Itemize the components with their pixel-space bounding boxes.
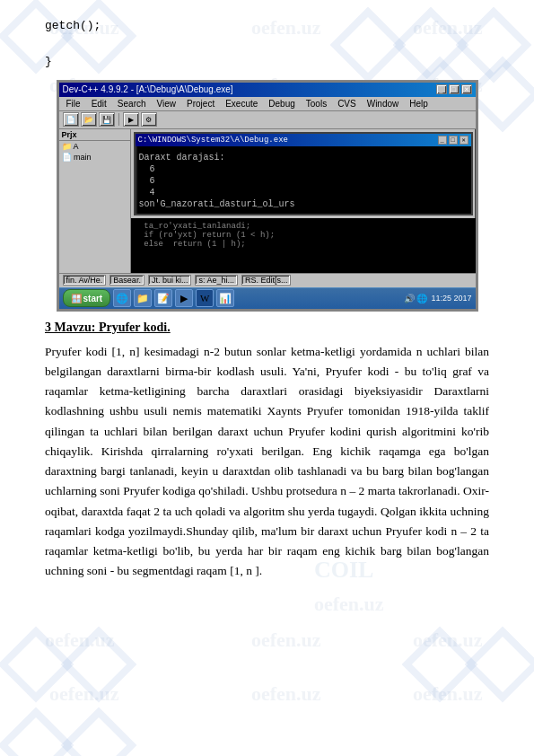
menu-cvs[interactable]: CVS <box>332 98 362 110</box>
toolbar-btn-5[interactable]: ⚙ <box>141 112 157 127</box>
status-seg-1: fin. Av/He. <box>63 275 107 286</box>
status-seg-3: Jt. bui ki... <box>148 275 192 286</box>
terminal-title-text: C:\WINDOWS\System32\A\Debug.exe <box>138 136 288 145</box>
terminal-line-4: 4 <box>139 187 468 198</box>
ide-left-panel: Prjx 📁 A 📄 main <box>59 129 131 273</box>
taskbar-clock: 11:25 2017 <box>431 294 471 303</box>
watermark-bottom-4: oefen.uz <box>413 629 483 652</box>
terminal-maximize[interactable]: □ <box>449 136 458 145</box>
taskbar-icon-app2[interactable]: ▶ <box>175 289 193 307</box>
terminal-titlebar: C:\WINDOWS\System32\A\Debug.exe _ □ ✕ <box>136 134 471 146</box>
ide-title-text: Dev-C++ 4.9.9.2 - [A:\Debug\A\Debug.exe] <box>63 84 233 94</box>
menu-execute[interactable]: Execute <box>220 98 263 110</box>
page-content: getch(); } Dev-C++ 4.9.9.2 - [A:\Debug\A… <box>0 0 534 603</box>
watermark-bottom-2: oefen.uz <box>45 629 115 652</box>
menu-edit[interactable]: Edit <box>86 98 112 110</box>
watermark-bottom-3: oefen.uz <box>251 629 321 652</box>
toolbar-btn-1[interactable]: 📄 <box>63 112 79 127</box>
status-seg-2: Basear. <box>109 275 144 286</box>
code-area-line-3: else return (1 | h); <box>135 240 472 249</box>
taskbar-icon-app3[interactable]: 📊 <box>216 289 234 307</box>
taskbar-icon-folder[interactable]: 📁 <box>134 289 152 307</box>
code-block: getch(); } <box>45 18 489 71</box>
start-button[interactable]: 🪟 start <box>63 289 111 307</box>
menu-help[interactable]: Help <box>404 98 433 110</box>
ide-titlebar: Dev-C++ 4.9.9.2 - [A:\Debug\A\Debug.exe]… <box>59 83 476 97</box>
ide-status-bar: fin. Av/He. Basear. Jt. bui ki... s: Ae_… <box>59 273 476 287</box>
watermark-bottom-7: oefen.uz <box>413 682 483 706</box>
taskbar-right: 🔊 🌐 11:25 2017 <box>404 294 471 303</box>
ide-menubar: File Edit Search View Project Execute De… <box>59 97 476 111</box>
code-area-line-1: ta_ro'yxati_tanlanadi; <box>135 222 472 231</box>
screenshot-container: Dev-C++ 4.9.9.2 - [A:\Debug\A\Debug.exe]… <box>57 80 478 312</box>
ide-window: Dev-C++ 4.9.9.2 - [A:\Debug\A\Debug.exe]… <box>57 81 477 311</box>
minimize-btn[interactable]: _ <box>436 84 447 94</box>
status-seg-5: RS. Edit[s... <box>241 275 292 286</box>
watermark-bottom-6: oefen.uz <box>251 682 321 706</box>
taskbar-icon-ie[interactable]: 🌐 <box>113 289 131 307</box>
toolbar-btn-3[interactable]: 💾 <box>99 112 115 127</box>
menu-window[interactable]: Window <box>362 98 405 110</box>
code-line-2 <box>45 36 489 52</box>
ide-main-area: C:\WINDOWS\System32\A\Debug.exe _ □ ✕ Da… <box>131 129 476 273</box>
left-panel-header: Prjx <box>59 129 130 141</box>
taskbar-sys-icons: 🔊 🌐 <box>404 294 427 303</box>
ide-code-area: ta_ro'yxati_tanlanadi; if (ro'yxt) retur… <box>131 218 476 273</box>
menu-view[interactable]: View <box>152 98 182 110</box>
text-section: 3 Mavzu: Pryufer kodi. Pryufer kodi [1, … <box>45 321 489 582</box>
menu-search[interactable]: Search <box>112 98 152 110</box>
taskbar: 🪟 start 🌐 📁 📝 ▶ W 📊 🔊 🌐 11:25 2017 <box>59 287 476 309</box>
menu-debug[interactable]: Debug <box>263 98 300 110</box>
menu-project[interactable]: Project <box>181 98 220 110</box>
taskbar-icon-app1[interactable]: 📝 <box>154 289 172 307</box>
toolbar-btn-2[interactable]: 📂 <box>81 112 97 127</box>
left-panel-item-2[interactable]: 📄 main <box>59 152 130 163</box>
ide-titlebar-buttons: _ □ ✕ <box>436 84 472 94</box>
terminal-line-5: son'G_nazorati_dasturi_ol_urs <box>139 198 468 210</box>
terminal-content: Daraxt darajasi: 6 6 4 son'G_nazorati_da… <box>139 152 468 210</box>
ide-toolbar: 📄 📂 💾 ▶ ⚙ <box>59 111 476 129</box>
section-body-text: Pryufer kodi [1, n] kesimadagi n-2 butun… <box>45 342 489 582</box>
maximize-btn[interactable]: □ <box>449 84 460 94</box>
terminal-line-1: Daraxt darajasi: <box>139 152 468 163</box>
code-area-line-2: if (ro'yxt) return (1 < h); <box>135 231 472 240</box>
close-btn[interactable]: ✕ <box>461 84 472 94</box>
code-line-1: getch(); <box>45 18 489 34</box>
ide-body: Prjx 📁 A 📄 main C:\WINDOWS\System32\A\De… <box>59 129 476 273</box>
terminal-close-btn[interactable]: ✕ <box>460 136 468 145</box>
toolbar-btn-4[interactable]: ▶ <box>123 112 139 127</box>
terminal-window: C:\WINDOWS\System32\A\Debug.exe _ □ ✕ Da… <box>134 132 473 215</box>
taskbar-icon-word[interactable]: W <box>196 289 214 307</box>
left-panel-item-1[interactable]: 📁 A <box>59 141 130 152</box>
watermark-bottom-5: oefen.uz <box>49 682 119 706</box>
terminal-minimize[interactable]: _ <box>438 136 447 145</box>
section-heading: 3 Mavzu: Pryufer kodi. <box>45 321 489 335</box>
code-line-3: } <box>45 54 489 70</box>
status-seg-4: s: Ae_hi... <box>195 275 238 286</box>
terminal-line-2: 6 <box>139 163 468 175</box>
menu-tools[interactable]: Tools <box>301 98 332 110</box>
menu-file[interactable]: File <box>61 98 86 110</box>
terminal-line-3: 6 <box>139 175 468 187</box>
